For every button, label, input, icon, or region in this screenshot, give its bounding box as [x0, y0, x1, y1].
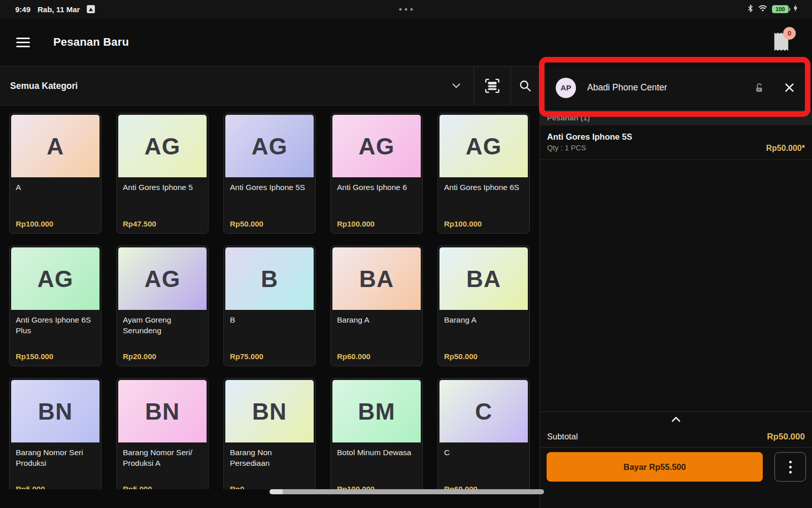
battery-indicator: 100 [772, 5, 789, 13]
order-item[interactable]: Anti Gores Iphone 5S Qty : 1 PCS Rp50.00… [540, 125, 812, 160]
gesture-bar[interactable] [269, 489, 544, 494]
product-image: BN [225, 380, 314, 442]
status-time: 9:49 [15, 5, 30, 14]
product-image: AG [11, 247, 99, 310]
product-card[interactable]: AG Anti Gores Iphone 5S Rp50.000 [223, 113, 316, 234]
product-grid-viewport: A A Rp100.000 AG Anti Gores Iphone 5 Rp4… [0, 106, 539, 489]
product-image: AG [118, 115, 207, 177]
product-image: BN [11, 380, 99, 442]
page-title: Pesanan Baru [53, 36, 129, 49]
pay-button[interactable]: Bayar Rp55.500 [547, 452, 763, 482]
product-price: Rp50.000 [230, 219, 263, 228]
product-price: Rp60.000 [337, 352, 370, 361]
product-card[interactable]: B B Rp75.000 [223, 245, 316, 366]
product-card[interactable]: BN Barang Nomor Seri/ Produksi A Rp5.000 [116, 378, 209, 489]
product-card[interactable]: A A Rp100.000 [9, 113, 101, 234]
unlock-customer-button[interactable] [754, 83, 764, 93]
pay-row: Bayar Rp55.500 [547, 452, 806, 482]
order-list: Anti Gores Iphone 5S Qty : 1 PCS Rp50.00… [540, 125, 812, 160]
close-icon [785, 83, 794, 92]
product-name: Anti Gores Iphone 5S [224, 177, 315, 193]
menu-button[interactable] [15, 36, 31, 49]
customer-avatar: AP [556, 78, 576, 98]
product-name: Anti Gores Iphone 6S Plus [10, 310, 101, 336]
status-date: Rab, 11 Mar [38, 5, 80, 14]
product-image: BM [332, 380, 421, 442]
remove-customer-button[interactable] [785, 83, 794, 92]
product-image: B [225, 247, 314, 310]
product-card[interactable]: AG Anti Gores Iphone 6S Plus Rp150.000 [9, 245, 101, 366]
search-button[interactable] [511, 67, 539, 105]
product-price: Rp5.000 [123, 485, 152, 489]
product-initials: B [261, 265, 278, 293]
product-image: C [439, 380, 528, 442]
lock-open-icon [754, 83, 764, 93]
product-card[interactable]: AG Anti Gores Iphone 5 Rp47.500 [116, 113, 209, 234]
product-initials: BN [38, 398, 73, 425]
subtotal-value: Rp50.000 [767, 432, 805, 442]
product-card[interactable]: BN Barang Non Persediaan Rp0 [223, 378, 316, 489]
category-dropdown[interactable]: Semua Kategori [0, 67, 473, 105]
barcode-scan-icon [484, 77, 501, 94]
product-price: Rp100.000 [16, 219, 53, 228]
product-image: AG [118, 247, 207, 310]
product-initials: AG [145, 133, 181, 160]
product-card[interactable]: BN Barang Nomor Seri Produksi Rp5.000 [9, 378, 101, 489]
product-price: Rp20.000 [123, 352, 156, 361]
product-initials: BM [358, 398, 395, 425]
category-label: Semua Kategori [10, 81, 78, 91]
status-handle-dots-icon[interactable] [399, 8, 413, 11]
product-price: Rp5.000 [16, 485, 45, 489]
product-name: Anti Gores Iphone 6 [331, 177, 422, 193]
product-card[interactable]: C C Rp60.000 [437, 378, 530, 489]
product-price: Rp0 [230, 485, 244, 489]
subtotal-label: Subtotal [547, 432, 578, 441]
product-price: Rp100.000 [337, 219, 375, 228]
product-card[interactable]: BA Barang A Rp60.000 [330, 245, 423, 366]
product-name: C [438, 442, 529, 458]
expand-summary-button[interactable] [666, 414, 686, 426]
chevron-down-icon [452, 83, 460, 88]
product-initials: AG [466, 133, 502, 160]
status-bar: 9:49 Rab, 11 Mar 100 [0, 0, 812, 18]
product-image: AG [225, 115, 314, 177]
more-options-button[interactable] [774, 452, 806, 482]
product-price: Rp75.000 [230, 352, 263, 361]
product-price: Rp150.000 [16, 352, 53, 361]
order-item-name: Anti Gores Iphone 5S [547, 132, 805, 142]
product-price: Rp50.000 [444, 352, 478, 361]
product-card[interactable]: AG Anti Gores Iphone 6 Rp100.000 [330, 113, 423, 234]
product-card[interactable]: AG Anti Gores Iphone 6S Rp100.000 [437, 113, 530, 234]
product-initials: A [47, 133, 64, 160]
product-name: Barang Nomor Seri/ Produksi A [117, 442, 208, 468]
receipt-icon [773, 46, 790, 54]
product-name: B [224, 310, 315, 326]
search-icon [519, 79, 532, 92]
product-card[interactable]: AG Ayam Goreng Serundeng Rp20.000 [116, 245, 209, 366]
product-name: A [10, 177, 101, 193]
product-initials: AG [145, 265, 181, 293]
notification-icon [87, 5, 95, 13]
order-item-price: Rp50.000* [766, 144, 805, 153]
wifi-icon [758, 5, 767, 14]
product-card[interactable]: BM Botol Minum Dewasa Rp100.000 [330, 378, 423, 489]
kebab-icon [789, 461, 792, 463]
product-name: Ayam Goreng Serundeng [117, 310, 208, 336]
catalog-panel: Semua Kategori [0, 66, 539, 508]
customer-name: Abadi Phone Center [587, 82, 667, 93]
product-initials: BA [466, 265, 501, 293]
product-name: Anti Gores Iphone 5 [117, 177, 208, 193]
product-initials: AG [38, 265, 74, 293]
product-card[interactable]: BA Barang A Rp50.000 [437, 245, 530, 366]
product-initials: BA [359, 265, 394, 293]
barcode-scan-button[interactable] [474, 67, 511, 105]
product-name: Barang A [331, 310, 422, 326]
app-header: Pesanan Baru 0 [0, 18, 812, 66]
saved-orders-button[interactable]: 0 [773, 31, 790, 54]
product-initials: BN [145, 398, 180, 425]
customer-bar[interactable]: AP Abadi Phone Center [547, 68, 805, 108]
product-name: Barang A [438, 310, 529, 326]
order-section-header: Pesanan (1) [540, 110, 812, 125]
product-price: Rp47.500 [123, 219, 156, 228]
pos-app-screen: 9:49 Rab, 11 Mar 100 Pesanan Ba [0, 0, 812, 508]
